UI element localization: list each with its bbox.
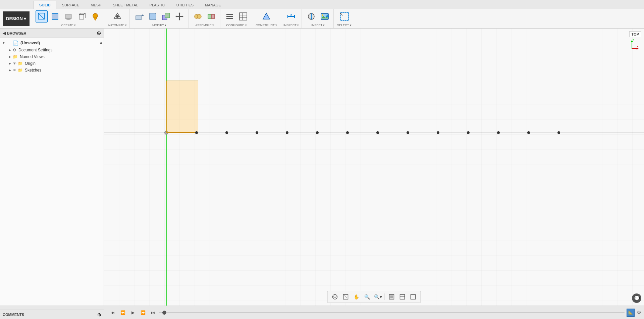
tab-utilities[interactable]: UTILITIES	[171, 1, 199, 9]
select-button[interactable]: ↖	[338, 10, 351, 22]
timeline-next-button[interactable]: ⏩	[139, 309, 147, 317]
folder-named-views: 📁	[13, 54, 18, 59]
settings-icon[interactable]: ⚙	[637, 309, 641, 316]
inspect-icons	[285, 10, 297, 22]
tree-item-unsaved[interactable]: ▼ 📄 (Unsaved) ●	[0, 39, 104, 47]
axis-dot-1	[195, 131, 198, 134]
timeline-start-button[interactable]: ⏮	[109, 309, 117, 317]
axis-dot-9	[437, 131, 439, 134]
tree-item-sketches[interactable]: ▶ 👁 📁 Sketches	[0, 67, 104, 74]
orbit-button[interactable]	[330, 292, 340, 302]
insert-group: INSERT ▾	[303, 9, 334, 28]
arrow-origin[interactable]: ▶	[7, 61, 12, 66]
move-button[interactable]	[173, 10, 185, 22]
combine-button[interactable]	[160, 10, 172, 22]
arrow-unsaved[interactable]: ▼	[1, 41, 6, 45]
table-button[interactable]	[237, 10, 249, 22]
select-icons: ↖	[338, 10, 351, 22]
arrow-doc-settings[interactable]: ▶	[7, 48, 12, 52]
svg-rect-16	[149, 13, 156, 20]
axis-dot-4	[286, 131, 288, 134]
timeline-thumb[interactable]	[162, 311, 166, 315]
tab-plastic[interactable]: PLASTIC	[144, 1, 171, 9]
create-box-button[interactable]	[76, 10, 88, 22]
create-form-button[interactable]	[49, 10, 61, 22]
view-options-button[interactable]	[409, 292, 418, 302]
svg-rect-4	[65, 14, 71, 18]
svg-rect-14	[136, 16, 141, 20]
canvas-area[interactable]: TOP Z X	[104, 29, 644, 306]
feedback-button[interactable]: 💬	[632, 293, 641, 303]
svg-rect-27	[208, 14, 211, 18]
top-label: TOP	[629, 31, 641, 37]
svg-rect-5	[79, 14, 84, 19]
display-mode-button[interactable]	[387, 292, 396, 302]
create-dropdown-button[interactable]	[89, 10, 101, 22]
svg-marker-36	[263, 13, 270, 19]
collapse-icon[interactable]: ◀	[3, 31, 6, 36]
svg-marker-11	[94, 18, 97, 20]
timeline-play-button[interactable]: ▶	[129, 309, 137, 317]
axis-dot-5	[316, 131, 319, 134]
pan-mode-button[interactable]	[341, 292, 351, 302]
svg-point-10	[93, 13, 98, 18]
tree-item-origin[interactable]: ▶ 👁 📁 Origin	[0, 60, 104, 67]
arrow-sketches[interactable]: ▶	[7, 68, 12, 73]
timeline-track[interactable]	[159, 312, 625, 313]
automate-button[interactable]	[111, 10, 123, 22]
tab-sheet-metal[interactable]: SHEET METAL	[107, 1, 144, 9]
tree-item-doc-settings[interactable]: ▶ ⚙ Document Settings	[0, 47, 104, 53]
create-group: CREATE ▾	[33, 9, 104, 28]
fillet-button[interactable]	[147, 10, 159, 22]
tab-mesh[interactable]: MESH	[85, 1, 107, 9]
svg-marker-15	[141, 14, 144, 16]
insert-mcmaster-button[interactable]	[305, 10, 317, 22]
folder-sketches: 📁	[18, 68, 23, 73]
browser-content: ▼ 📄 (Unsaved) ● ▶ ⚙ Document Settings ▶ …	[0, 38, 104, 306]
unsaved-label: (Unsaved)	[20, 41, 40, 45]
tree-item-named-views[interactable]: ▶ 📁 Named Views	[0, 53, 104, 60]
insert-label: INSERT ▾	[311, 24, 325, 27]
arrow-named-views[interactable]: ▶	[7, 54, 12, 59]
axis-dot-8	[407, 131, 409, 134]
axis-dot-2	[225, 131, 228, 134]
extrude-button[interactable]	[62, 10, 74, 22]
measure-button[interactable]	[285, 10, 297, 22]
pan-button[interactable]: ✋	[352, 292, 361, 302]
tab-surface[interactable]: SURFACE	[56, 1, 85, 9]
design-button[interactable]: DESIGN ▾	[3, 11, 30, 26]
zoom-out-button[interactable]: 🔍	[363, 292, 372, 302]
as-built-joint-button[interactable]	[205, 10, 217, 22]
folder-origin: 📁	[18, 61, 23, 66]
parameters-button[interactable]	[224, 10, 236, 22]
tab-manage[interactable]: MANAGE	[199, 1, 227, 9]
doc-icon: 📄	[13, 40, 18, 46]
tab-solid[interactable]: SOLID	[34, 1, 56, 9]
zoom-dropdown-button[interactable]: 🔍▾	[373, 292, 383, 302]
grid-overlay	[104, 29, 644, 306]
sketches-label: Sketches	[25, 68, 41, 73]
timeline-end-button[interactable]: ⏭	[149, 309, 157, 317]
grid-display-button[interactable]	[398, 292, 407, 302]
automate-icons	[111, 10, 123, 22]
comments-add-icon[interactable]: ⊕	[97, 312, 101, 317]
timeline-prev-button[interactable]: ⏪	[119, 309, 127, 317]
construct-label: CONSTRUCT ▾	[256, 24, 277, 27]
record-icon[interactable]: ●	[100, 41, 102, 45]
svg-marker-24	[182, 15, 183, 17]
axis-dot-10	[467, 131, 470, 134]
new-sketch-button[interactable]	[36, 10, 48, 22]
construct-plane-button[interactable]	[260, 10, 272, 22]
browser-close-icon[interactable]: ⊕	[97, 30, 101, 36]
axis-dot-6	[346, 131, 349, 134]
eye-sketches[interactable]: 👁	[13, 68, 16, 72]
svg-rect-49	[104, 29, 644, 306]
tool-buttons-row: DESIGN ▾	[0, 9, 644, 28]
browser-header: ◀ BROWSER ⊕	[0, 29, 104, 38]
select-group: ↖ SELECT ▾	[334, 9, 354, 28]
push-pull-button[interactable]	[133, 10, 145, 22]
svg-line-58	[344, 295, 347, 298]
insert-image-button[interactable]	[319, 10, 331, 22]
joint-button[interactable]	[192, 10, 204, 22]
eye-origin[interactable]: 👁	[13, 61, 16, 65]
